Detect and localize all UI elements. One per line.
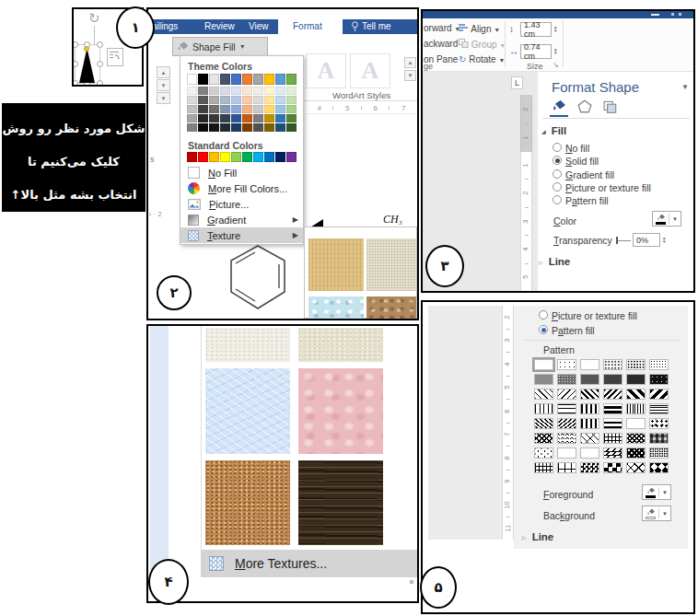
theme-color-variant-swatch[interactable] [264,105,274,113]
pattern-swatch[interactable] [626,403,646,414]
selection-handle[interactable] [97,80,103,87]
pattern-swatch[interactable] [626,447,646,459]
theme-color-variant-swatch[interactable] [187,114,197,122]
pattern-swatch[interactable] [534,447,553,459]
theme-color-variant-swatch[interactable] [231,114,241,122]
pattern-swatch[interactable] [626,359,646,370]
pattern-swatch[interactable] [649,433,669,444]
bring-forward-button[interactable]: orward ▼ [424,23,460,33]
benzene-ring-shape[interactable] [227,241,289,319]
pattern-swatch[interactable] [580,418,599,429]
theme-color-variant-swatch[interactable] [286,123,297,132]
theme-color-variant-swatch[interactable] [275,114,285,122]
pattern-swatch[interactable] [626,389,646,400]
line-section-header[interactable]: ▷ Line [522,531,553,542]
transparency-spinner[interactable]: ▲▼ [662,233,666,247]
theme-color-variant-swatch[interactable] [231,123,241,132]
pattern-swatch[interactable] [557,418,576,429]
pattern-swatch[interactable] [557,389,576,400]
pattern-swatch[interactable] [603,433,622,444]
tab-format[interactable]: Format [293,21,322,31]
window-control-icon[interactable] [671,13,674,16]
theme-color-variant-swatch[interactable] [198,87,208,95]
standard-color-swatch[interactable] [231,152,241,162]
pane-options-chevron-icon[interactable]: ▼ [681,83,689,91]
pattern-swatch[interactable] [603,403,622,414]
pattern-swatch[interactable] [580,374,599,385]
pattern-swatch[interactable] [603,418,622,429]
pattern-swatch[interactable] [603,447,622,459]
wordart-style-option[interactable]: A [306,53,346,88]
pattern-swatch[interactable] [649,418,669,429]
theme-color-swatch[interactable] [253,74,263,85]
radio-no-fill-label[interactable]: No fill [565,143,589,154]
selection-handle[interactable] [97,41,103,48]
standard-color-swatch[interactable] [242,152,252,162]
adjust-handle[interactable] [84,46,89,52]
theme-color-swatch[interactable] [242,74,252,85]
theme-color-variant-swatch[interactable] [286,114,297,122]
theme-color-variant-swatch[interactable] [220,114,230,122]
shape-height-field[interactable]: 1.43 cm [520,22,552,37]
rotate-button[interactable]: ↻ Rotate ▼ [459,54,505,64]
radio-gradient-fill-label[interactable]: Gradient fill [565,169,614,180]
radio-picture-texture-fill-label[interactable]: Picture or texture fill [552,310,637,321]
theme-color-variant-swatch[interactable] [286,105,297,113]
pattern-swatch[interactable] [534,418,553,429]
theme-color-variant-swatch[interactable] [242,105,252,113]
wordart-scroll-up-button[interactable]: ▲ [404,57,416,68]
theme-color-variant-swatch[interactable] [242,123,252,132]
pattern-swatch[interactable] [649,403,669,414]
menu-item-picture[interactable]: Picture... [180,196,303,212]
menu-item-more-fill-colors[interactable]: More Fill Colors... [180,180,303,196]
theme-color-swatch[interactable] [275,74,285,85]
theme-color-variant-swatch[interactable] [286,96,297,104]
radio-picture-texture-fill[interactable] [539,310,548,320]
theme-color-variant-swatch[interactable] [231,87,241,95]
foreground-color-button[interactable]: ▼ [642,484,671,500]
theme-color-variant-swatch[interactable] [275,87,285,95]
gallery-scroll-up-button[interactable]: ▲ [157,66,170,78]
tab-stop-selector[interactable]: L [511,76,523,89]
pattern-swatch[interactable] [649,389,669,400]
standard-color-swatch[interactable] [253,152,263,162]
radio-pattern-fill-label[interactable]: Pattern fill [552,325,595,336]
pattern-swatch[interactable] [534,462,553,473]
texture-thumbnail[interactable] [298,328,383,362]
theme-color-variant-swatch[interactable] [209,123,219,132]
texture-thumbnail[interactable] [308,238,364,291]
wordart-scroll-down-button[interactable]: ▼ [404,70,416,81]
theme-color-variant-swatch[interactable] [253,96,263,104]
align-button[interactable]: Align ▼ [459,23,500,34]
radio-solid-fill[interactable] [553,156,562,165]
theme-color-variant-swatch[interactable] [275,105,285,113]
pattern-swatch[interactable] [580,433,599,444]
theme-color-variant-swatch[interactable] [242,87,252,95]
theme-color-variant-swatch[interactable] [209,96,219,104]
fill-line-tab-icon[interactable] [552,99,566,113]
selection-handle[interactable] [97,61,103,67]
theme-color-variant-swatch[interactable] [275,96,285,104]
transparency-slider-track[interactable] [618,240,631,241]
theme-color-variant-swatch[interactable] [264,96,274,104]
rotate-handle-icon[interactable]: ↻ [88,10,100,27]
theme-color-variant-swatch[interactable] [231,105,241,113]
pattern-swatch[interactable] [557,359,576,370]
theme-color-variant-swatch[interactable] [242,96,252,104]
selection-handle[interactable] [72,41,78,48]
standard-color-swatch[interactable] [187,152,197,162]
theme-color-variant-swatch[interactable] [187,87,197,95]
pattern-swatch[interactable] [534,403,553,414]
theme-color-variant-swatch[interactable] [198,105,208,113]
effects-tab-icon[interactable] [577,99,592,113]
shape-fill-button[interactable]: Shape Fill ▼ [172,37,268,56]
gallery-scroll-down-button[interactable]: ▼ [157,79,170,91]
layout-properties-tab-icon[interactable] [603,99,618,113]
pattern-swatch[interactable] [649,359,669,370]
standard-color-swatch[interactable] [220,152,230,162]
pattern-swatch[interactable] [557,374,576,385]
theme-color-variant-swatch[interactable] [264,114,274,122]
pattern-swatch[interactable] [534,389,553,400]
radio-pattern-fill[interactable] [553,195,562,204]
selection-handle[interactable] [72,80,78,87]
